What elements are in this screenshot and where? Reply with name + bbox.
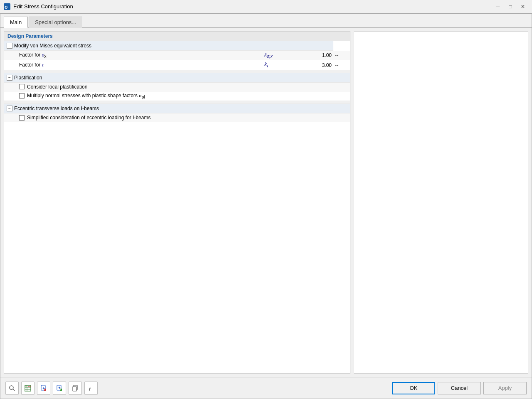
svg-text:σ: σ <box>5 4 8 10</box>
copy-icon <box>72 385 79 392</box>
app-icon: σ <box>3 3 11 10</box>
cancel-button[interactable]: Cancel <box>438 382 481 394</box>
group-plastification: − Plastification <box>4 73 350 82</box>
collapse-von-mises[interactable]: − <box>7 43 12 49</box>
spacer-1 <box>4 70 350 73</box>
tab-main[interactable]: Main <box>4 17 28 28</box>
group-eccentric: − Eccentric transverse loads on I-beams <box>4 104 350 113</box>
svg-point-2 <box>10 386 13 389</box>
svg-rect-15 <box>73 387 76 391</box>
spacer-2 <box>4 101 350 104</box>
collapse-eccentric[interactable]: − <box>7 106 12 111</box>
import-icon <box>40 385 47 392</box>
action-buttons: OK Cancel Apply <box>392 382 527 394</box>
dialog-title: Edit Stress Configuration <box>13 3 492 10</box>
window-controls: ─ □ ✕ <box>492 2 529 11</box>
tab-special-options[interactable]: Special options... <box>29 17 82 28</box>
close-button[interactable]: ✕ <box>517 2 529 11</box>
search-icon-button[interactable] <box>5 382 19 395</box>
export-icon <box>56 385 63 392</box>
svg-text:ƒ: ƒ <box>89 385 91 392</box>
content-area: Design Parameters − Modify von Mises equ… <box>0 28 532 377</box>
row-factor-tau: Factor for τ kτ 3.00 -- <box>4 60 350 70</box>
dialog: Main Special options... Design Parameter… <box>0 13 532 399</box>
formula-icon-button[interactable]: ƒ <box>84 382 98 395</box>
checkbox-local-plastification[interactable] <box>19 84 25 89</box>
apply-button[interactable]: Apply <box>483 382 527 394</box>
row-factor-sigma-x: Factor for σx kσ,x 1.00 -- <box>4 51 350 60</box>
svg-line-3 <box>13 389 15 391</box>
row-local-plastification: Consider local plastification <box>4 82 350 91</box>
tab-bar: Main Special options... <box>0 14 532 28</box>
maximize-button[interactable]: □ <box>505 2 516 11</box>
title-bar: σ Edit Stress Configuration ─ □ ✕ <box>0 0 532 13</box>
ok-button[interactable]: OK <box>392 382 435 394</box>
left-panel: Design Parameters − Modify von Mises equ… <box>4 31 350 374</box>
table-icon: 0.00 <box>25 385 31 392</box>
parameters-table: − Modify von Mises equivalent stress Fac… <box>4 41 350 122</box>
bottom-bar: 0.00 <box>0 377 532 399</box>
toolbar-icons: 0.00 <box>5 382 392 395</box>
design-parameters-header: Design Parameters <box>4 32 350 41</box>
svg-rect-8 <box>25 385 27 387</box>
minimize-button[interactable]: ─ <box>492 2 504 11</box>
import-icon-button[interactable] <box>37 382 50 395</box>
right-panel <box>354 31 528 374</box>
table-icon-button[interactable]: 0.00 <box>21 382 34 395</box>
group-von-mises: − Modify von Mises equivalent stress <box>4 41 350 51</box>
checkbox-plastic-shape-factors[interactable] <box>19 93 25 99</box>
svg-text:0.00: 0.00 <box>28 385 31 387</box>
checkbox-simplified-eccentric[interactable] <box>19 115 25 121</box>
export-icon-button[interactable] <box>53 382 66 395</box>
collapse-plastification[interactable]: − <box>7 75 12 81</box>
row-plastic-shape-factors: Multiply normal stresses with plastic sh… <box>4 91 350 101</box>
formula-icon: ƒ <box>88 385 94 392</box>
copy-icon-button[interactable] <box>69 382 82 395</box>
search-icon <box>9 385 15 392</box>
row-simplified-eccentric: Simplified consideration of eccentric lo… <box>4 113 350 122</box>
